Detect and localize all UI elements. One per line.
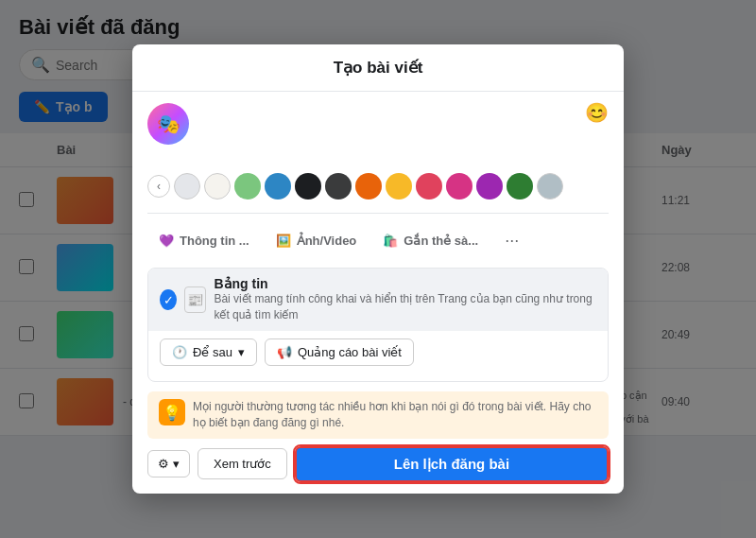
- action-buttons-row: 💜 Thông tin ... 🖼️ Ảnh/Video 🛍️ Gắn thẻ …: [147, 213, 609, 258]
- color-swatch[interactable]: [174, 173, 200, 200]
- gear-icon: ⚙: [158, 457, 169, 471]
- color-swatch[interactable]: [204, 173, 231, 200]
- modal-body: 🎭 😊 ‹: [132, 92, 624, 493]
- color-swatch[interactable]: [325, 173, 352, 200]
- modal-title: Tạo bài viết: [334, 59, 423, 77]
- bangtin-section: ✓ 📰 Bảng tin Bài viết mang tính công kha…: [147, 268, 609, 382]
- more-options-button[interactable]: ···: [493, 223, 530, 258]
- photo-icon: 🖼️: [276, 234, 291, 248]
- bangtin-body: 🕐 Để sau ▾ 📢 Quảng cáo bài viết: [148, 331, 608, 381]
- tag-icon: 🛍️: [383, 234, 398, 248]
- color-swatch[interactable]: [355, 173, 382, 200]
- color-swatch[interactable]: [537, 173, 563, 200]
- post-text-input[interactable]: [198, 103, 609, 160]
- modal-overlay[interactable]: Tạo bài viết 🎭 😊 ‹: [0, 0, 756, 538]
- tip-box: 💡 Mọi người thường tương tác nhiều hơn k…: [147, 391, 609, 439]
- create-post-modal: Tạo bài viết 🎭 😊 ‹: [132, 44, 624, 493]
- defer-button[interactable]: 🕐 Để sau ▾: [160, 338, 257, 366]
- life-event-button[interactable]: 💜 Thông tin ...: [147, 223, 261, 258]
- life-event-icon: 💜: [159, 234, 174, 248]
- emoji-button[interactable]: 😊: [585, 101, 609, 124]
- clock-icon: 🕐: [172, 345, 187, 359]
- bangtin-check-icon: ✓: [160, 289, 177, 310]
- palette-left-arrow[interactable]: ‹: [147, 175, 170, 198]
- color-swatch[interactable]: [295, 173, 321, 200]
- ads-button[interactable]: 📢 Quảng cáo bài viết: [265, 338, 414, 366]
- modal-header: Tạo bài viết: [132, 44, 624, 92]
- bangtin-icon[interactable]: 📰: [184, 286, 206, 313]
- settings-button[interactable]: ⚙ ▾: [147, 450, 190, 477]
- photo-video-button[interactable]: 🖼️ Ảnh/Video: [265, 223, 369, 258]
- tip-icon: 💡: [159, 399, 185, 425]
- color-swatch[interactable]: [386, 173, 412, 200]
- ads-icon: 📢: [277, 345, 292, 359]
- schedule-row: 🕐 Để sau ▾ 📢 Quảng cáo bài viết: [160, 338, 596, 366]
- settings-chevron-icon: ▾: [173, 457, 180, 471]
- avatar: 🎭: [147, 103, 189, 145]
- color-swatch[interactable]: [416, 173, 442, 200]
- color-swatch[interactable]: [476, 173, 503, 200]
- color-palette: ‹: [147, 169, 609, 203]
- schedule-post-button[interactable]: Lên lịch đăng bài: [295, 446, 609, 482]
- color-swatch[interactable]: [446, 173, 472, 200]
- preview-button[interactable]: Xem trước: [198, 448, 287, 479]
- chevron-icon: ▾: [238, 345, 245, 359]
- color-swatch[interactable]: [234, 173, 261, 200]
- bangtin-header: ✓ 📰 Bảng tin Bài viết mang tính công kha…: [148, 269, 608, 331]
- bottom-row: ⚙ ▾ Xem trước Lên lịch đăng bài: [147, 446, 609, 482]
- color-swatch[interactable]: [265, 173, 291, 200]
- tag-button[interactable]: 🛍️ Gắn thẻ sà...: [371, 223, 490, 258]
- user-row: 🎭: [147, 103, 609, 160]
- color-swatch[interactable]: [507, 173, 533, 200]
